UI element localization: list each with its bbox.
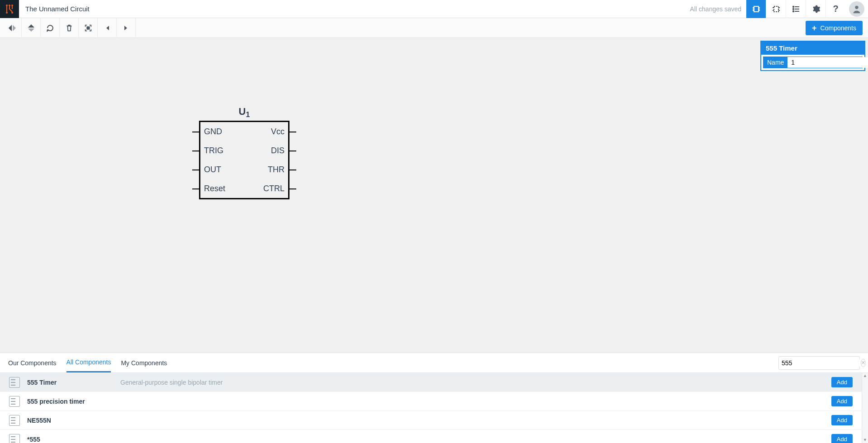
svg-point-2 [11,5,13,6]
library-search-input[interactable] [782,359,861,367]
chip-small-icon [9,415,20,426]
svg-point-1 [9,5,10,6]
project-title[interactable]: The Unnamed Circuit [25,5,90,13]
help-button[interactable]: ? [825,0,845,18]
component-name: 555 precision timer [27,398,113,405]
tab-our-components[interactable]: Our Components [8,353,57,372]
app-logo[interactable] [0,0,19,18]
editor-toolbar: + Components [0,18,868,38]
properties-panel: 555 Timer Name [760,41,865,71]
component-library: Our Components All Components My Compone… [0,353,868,443]
component-list[interactable]: 555 Timer General-purpose single bipolar… [0,373,862,443]
component-name: 555 Timer [27,379,113,386]
svg-point-20 [792,6,793,7]
pcb-view-button[interactable] [766,0,786,18]
library-tabs: Our Components All Components My Compone… [0,353,868,373]
components-button-label: Components [821,24,856,32]
pin-row[interactable]: Reset CTRL [200,179,288,198]
chip-small-icon [9,396,20,407]
settings-button[interactable] [806,0,825,18]
skip-next-icon [123,24,130,32]
property-name-input[interactable] [787,57,868,68]
property-name-row: Name [763,57,863,68]
list-icon [792,5,801,14]
question-icon: ? [833,4,838,14]
close-icon: ✕ [861,360,865,366]
svg-point-3 [6,12,8,14]
component-reference: U1 [199,106,289,119]
pin-right[interactable]: DIS [271,146,285,156]
chip-small-icon [9,434,20,443]
pin-left[interactable]: OUT [204,165,221,174]
library-scrollbar[interactable]: ▲ ▼ [862,373,868,443]
save-status: All changes saved [690,5,741,13]
user-icon [852,4,862,14]
component-row[interactable]: 555 Timer General-purpose single bipolar… [0,373,862,392]
svg-point-22 [792,10,793,11]
pin-left[interactable]: GND [204,127,222,137]
component-name: NE555N [27,417,113,424]
library-search: ✕ [778,356,860,370]
pin-left[interactable]: Reset [204,184,225,193]
flip-vertical-button[interactable] [22,18,41,38]
chip-icon [752,5,761,14]
trash-icon [65,24,73,32]
skip-prev-icon [104,24,111,32]
svg-rect-12 [774,6,778,12]
delete-button[interactable] [60,18,79,38]
component-description: General-purpose single bipolar timer [120,379,824,386]
component-row[interactable]: 555 precision timer Add [0,392,862,411]
component-row[interactable]: NE555N Add [0,411,862,430]
tab-all-components[interactable]: All Components [66,353,111,372]
svg-point-0 [6,5,8,6]
rotate-button[interactable] [41,18,60,38]
add-component-button[interactable]: Add [831,396,853,406]
pin-row[interactable]: OUT THR [200,160,288,179]
chip-small-icon [9,377,20,388]
flip-h-icon [8,24,17,33]
component-u1[interactable]: U1 GND Vcc TRIG DIS OUT THR Reset CTRL [199,106,289,199]
app-header: The Unnamed Circuit All changes saved ? [0,0,868,18]
tab-my-components[interactable]: My Components [121,353,167,372]
scroll-down-icon[interactable]: ▼ [863,438,867,442]
chip-body[interactable]: GND Vcc TRIG DIS OUT THR Reset CTRL [199,121,289,199]
chip-outline-icon [772,5,781,14]
pin-right[interactable]: Vcc [271,127,285,137]
gear-icon [811,5,821,14]
next-button[interactable] [117,18,136,38]
component-row[interactable]: *555 Add [0,430,862,443]
scroll-up-icon[interactable]: ▲ [863,374,867,378]
add-component-button[interactable]: Add [831,434,853,443]
fit-screen-button[interactable] [79,18,98,38]
flip-v-icon [27,24,36,33]
component-name: *555 [27,436,113,443]
list-view-button[interactable] [786,0,806,18]
plus-icon: + [812,24,817,32]
add-component-button[interactable]: Add [831,415,853,425]
circuit-logo-icon [4,4,15,14]
add-component-button[interactable]: Add [831,377,853,387]
svg-point-23 [855,5,858,9]
pin-right[interactable]: THR [268,165,285,174]
svg-point-21 [792,8,793,9]
pin-left[interactable]: TRIG [204,146,223,156]
property-name-label: Name [764,57,787,68]
flip-horizontal-button[interactable] [3,18,22,38]
properties-header: 555 Timer [761,42,864,55]
rotate-icon [46,24,55,33]
schematic-view-button[interactable] [746,0,766,18]
pin-row[interactable]: GND Vcc [200,122,288,141]
pin-right[interactable]: CTRL [263,184,285,193]
clear-search-button[interactable]: ✕ [861,359,866,367]
schematic-canvas[interactable]: U1 GND Vcc TRIG DIS OUT THR Reset CTRL 5… [0,38,868,353]
svg-point-4 [11,12,13,14]
prev-button[interactable] [98,18,117,38]
svg-rect-5 [754,6,759,12]
svg-rect-24 [87,27,89,29]
add-components-button[interactable]: + Components [806,21,863,35]
fit-icon [84,24,92,32]
user-avatar[interactable] [849,1,864,17]
pin-row[interactable]: TRIG DIS [200,141,288,160]
